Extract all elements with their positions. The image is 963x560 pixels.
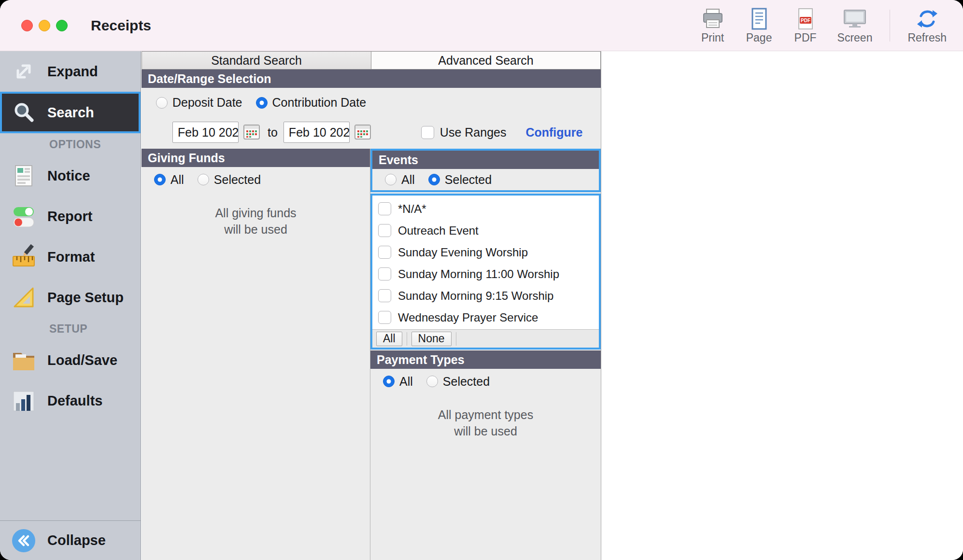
events-select-none-button[interactable]: None	[411, 332, 452, 346]
from-date-input[interactable]	[172, 122, 239, 143]
giving-funds-selected-radio[interactable]	[198, 174, 209, 185]
events-selected-option[interactable]: Selected	[428, 173, 492, 187]
event-row[interactable]: Sunday Morning 9:15 Worship	[372, 285, 599, 307]
events-selected-radio[interactable]	[428, 174, 440, 185]
sidebar-item-notice[interactable]: Notice	[0, 155, 141, 196]
events-list: *N/A* Outreach Event Sunday Evening Wors…	[372, 196, 599, 328]
sidebar-item-expand[interactable]: Expand	[0, 51, 141, 92]
deposit-date-radio[interactable]	[156, 97, 168, 109]
contribution-date-option[interactable]: Contribution Date	[256, 96, 367, 110]
title-bar: Receipts Print	[0, 0, 963, 51]
sidebar-format-label: Format	[47, 249, 95, 265]
search-tabs: Standard Search Advanced Search	[142, 51, 601, 70]
events-buttons-row: All None	[372, 329, 599, 348]
toolbar-pdf-button[interactable]: PDF PDF	[791, 5, 820, 49]
event-row[interactable]: Sunday Evening Worship	[372, 241, 599, 263]
payment-types-selected-radio[interactable]	[426, 376, 438, 387]
sidebar-item-format[interactable]: Format	[0, 237, 141, 277]
use-ranges-label: Use Ranges	[440, 126, 507, 140]
event-row[interactable]: Outreach Event	[372, 220, 599, 241]
events-all-label: All	[401, 173, 415, 187]
sidebar-collapse-label: Collapse	[47, 532, 106, 548]
toolbar-print-label: Print	[701, 31, 724, 44]
printer-icon	[701, 5, 724, 30]
sidebar-item-report[interactable]: Report	[0, 196, 141, 237]
sidebar-section-setup: SETUP	[0, 318, 141, 340]
toolbar-print-button[interactable]: Print	[698, 5, 727, 49]
toolbar: Print Page	[698, 5, 947, 49]
payment-types-all-option[interactable]: All	[383, 375, 413, 389]
event-checkbox[interactable]	[378, 289, 391, 302]
giving-funds-header: Giving Funds	[142, 149, 370, 167]
tab-advanced-search[interactable]: Advanced Search	[371, 51, 601, 70]
event-checkbox[interactable]	[378, 202, 391, 215]
event-row[interactable]: Wednesday Prayer Service	[372, 307, 599, 328]
close-button[interactable]	[21, 20, 33, 31]
sidebar-page-setup-label: Page Setup	[47, 290, 124, 306]
sidebar-item-collapse[interactable]: Collapse	[0, 520, 141, 560]
giving-funds-all-option[interactable]: All	[154, 173, 184, 187]
configure-link[interactable]: Configure	[525, 126, 582, 140]
bar-chart-icon	[10, 387, 38, 415]
event-checkbox[interactable]	[378, 267, 391, 280]
search-panel: Standard Search Advanced Search Date/Ran…	[142, 51, 601, 560]
sidebar-item-page-setup[interactable]: Page Setup	[0, 277, 141, 318]
payment-types-selected-option[interactable]: Selected	[426, 375, 490, 389]
event-label: Sunday Evening Worship	[398, 246, 528, 259]
sidebar-notice-label: Notice	[47, 168, 90, 184]
giving-funds-all-radio[interactable]	[154, 174, 166, 185]
sidebar-item-search[interactable]: Search	[0, 92, 141, 133]
toolbar-page-button[interactable]: Page	[745, 5, 774, 49]
pdf-icon: PDF	[794, 5, 817, 30]
toolbar-screen-button[interactable]: Screen	[837, 5, 873, 49]
giving-funds-selected-label: Selected	[214, 173, 261, 187]
to-date-input[interactable]	[283, 122, 350, 143]
giving-funds-all-label: All	[170, 173, 184, 187]
events-selected-label: Selected	[445, 173, 492, 187]
toolbar-refresh-label: Refresh	[907, 31, 947, 44]
page-setup-triangle-icon	[10, 283, 38, 311]
zoom-button[interactable]	[56, 20, 68, 31]
events-all-option[interactable]: All	[385, 173, 415, 187]
page-icon	[748, 5, 771, 30]
sidebar-item-load-save[interactable]: Load/Save	[0, 340, 141, 380]
payment-types-message: All payment types will be used	[370, 406, 601, 439]
to-date-calendar-button[interactable]	[353, 123, 373, 142]
events-select-all-button[interactable]: All	[376, 332, 402, 346]
to-label: to	[268, 126, 278, 140]
event-row[interactable]: Sunday Morning 11:00 Worship	[372, 263, 599, 285]
contribution-date-radio[interactable]	[256, 97, 268, 109]
toolbar-refresh-button[interactable]: Refresh	[907, 5, 947, 49]
notice-document-icon	[10, 162, 38, 190]
deposit-date-option[interactable]: Deposit Date	[156, 96, 242, 110]
date-range-header: Date/Range Selection	[142, 70, 601, 88]
use-ranges-checkbox[interactable]	[421, 126, 434, 139]
giving-funds-selected-option[interactable]: Selected	[198, 173, 261, 187]
date-range-section: Deposit Date Contribution Date	[142, 88, 601, 149]
event-label: Sunday Morning 11:00 Worship	[398, 267, 559, 281]
svg-text:PDF: PDF	[801, 18, 810, 23]
event-checkbox[interactable]	[378, 311, 391, 324]
use-ranges-option[interactable]: Use Ranges	[421, 126, 507, 140]
from-date-calendar-button[interactable]	[241, 123, 262, 142]
payment-types-all-radio[interactable]	[383, 376, 395, 387]
events-section: Events All Selected	[370, 149, 601, 560]
event-row[interactable]: *N/A*	[372, 198, 599, 220]
magnifier-icon	[10, 98, 38, 126]
event-checkbox[interactable]	[378, 224, 391, 237]
giving-funds-section: Giving Funds All Selected All giving fun…	[142, 149, 370, 560]
payment-types-all-label: All	[399, 375, 413, 389]
sidebar-item-defaults[interactable]: Defaults	[0, 380, 141, 421]
button-separator	[456, 332, 456, 346]
tab-standard-search[interactable]: Standard Search	[142, 51, 371, 70]
minimize-button[interactable]	[39, 20, 50, 31]
event-label: Sunday Morning 9:15 Worship	[398, 289, 553, 303]
calendar-icon	[243, 124, 260, 141]
event-checkbox[interactable]	[378, 246, 391, 259]
button-separator	[407, 332, 407, 346]
sidebar-search-label: Search	[47, 105, 94, 121]
sidebar-report-label: Report	[47, 209, 92, 224]
events-all-radio[interactable]	[385, 174, 397, 185]
toolbar-separator	[890, 10, 890, 42]
toolbar-page-label: Page	[746, 31, 772, 44]
